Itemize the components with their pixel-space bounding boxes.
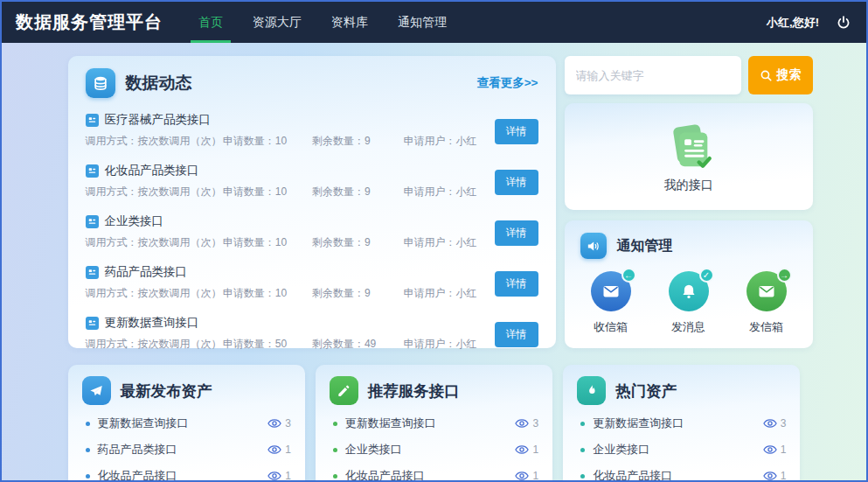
bullet-dot bbox=[580, 474, 585, 479]
database-icon bbox=[86, 68, 115, 98]
user-value: 小红 bbox=[456, 287, 477, 299]
recommended-services-title: 推荐服务接口 bbox=[368, 381, 460, 402]
remain-value: 9 bbox=[365, 135, 371, 147]
apply-value: 10 bbox=[275, 185, 287, 198]
send-message-label: 发消息 bbox=[671, 319, 705, 335]
data-dynamics-title: 数据动态 bbox=[126, 72, 192, 94]
pencil-icon bbox=[330, 376, 358, 405]
call-mode-value: 按次数调用（次） bbox=[138, 236, 222, 248]
doc-icon bbox=[86, 164, 99, 178]
remain-value: 49 bbox=[365, 338, 376, 350]
apply-label: 申请数量： bbox=[223, 185, 275, 198]
bullet-dot bbox=[333, 474, 337, 479]
bullet-dot bbox=[580, 448, 585, 452]
bullet-dot bbox=[333, 422, 337, 426]
logout-power-icon[interactable] bbox=[835, 14, 852, 31]
asset-row[interactable]: 药品产品类接口 1 bbox=[82, 442, 291, 458]
bullet-dot bbox=[580, 422, 585, 426]
asset-row[interactable]: 更新数据查询接口 3 bbox=[577, 416, 786, 431]
asset-row[interactable]: 企业类接口 1 bbox=[330, 442, 538, 458]
call-mode-value: 按次数调用（次） bbox=[138, 185, 222, 198]
asset-row[interactable]: 更新数据查询接口 3 bbox=[330, 416, 538, 431]
remain-label: 剩余数量： bbox=[312, 135, 365, 147]
search-button[interactable]: 搜索 bbox=[748, 56, 813, 94]
call-mode-value: 按次数调用（次） bbox=[138, 338, 222, 350]
latest-assets-title: 最新发布资产 bbox=[121, 381, 212, 402]
user-value: 小红 bbox=[456, 338, 477, 350]
main-nav: 首页 资源大厅 资料库 通知管理 bbox=[184, 2, 462, 43]
view-more-link[interactable]: 查看更多>> bbox=[477, 75, 538, 91]
view-count: 3 bbox=[285, 417, 291, 430]
nav-tab-library[interactable]: 资料库 bbox=[316, 2, 383, 43]
remain-label: 剩余数量： bbox=[312, 287, 365, 299]
user-label: 申请用户： bbox=[404, 236, 456, 248]
apply-value: 10 bbox=[275, 236, 287, 248]
nav-tab-resource-hall[interactable]: 资源大厅 bbox=[238, 2, 316, 43]
outbox-arrow-badge: → bbox=[777, 268, 792, 283]
call-mode-label: 调用方式： bbox=[86, 287, 138, 299]
asset-title: 更新数据查询接口 bbox=[593, 416, 684, 431]
apply-value: 50 bbox=[275, 338, 287, 350]
data-item: 药品产品类接口 调用方式：按次数调用（次） 申请数量：10 剩余数量：9 申请用… bbox=[86, 264, 538, 301]
remain-value: 9 bbox=[365, 185, 371, 198]
call-mode-label: 调用方式： bbox=[86, 236, 138, 248]
nav-tab-home[interactable]: 首页 bbox=[184, 2, 238, 43]
data-item: 医疗器械产品类接口 调用方式：按次数调用（次） 申请数量：10 剩余数量：9 申… bbox=[86, 112, 538, 149]
interface-title: 企业类接口 bbox=[105, 213, 164, 229]
my-api-card[interactable]: 我的接口 bbox=[565, 103, 813, 210]
call-mode-value: 按次数调用（次） bbox=[138, 287, 222, 299]
call-mode-label: 调用方式： bbox=[86, 185, 138, 198]
detail-button[interactable]: 详情 bbox=[495, 119, 538, 144]
doc-icon bbox=[86, 215, 99, 228]
top-navbar: 数据服务管理平台 首页 资源大厅 资料库 通知管理 小红,您好! bbox=[2, 2, 866, 43]
search-button-label: 搜索 bbox=[777, 67, 802, 83]
asset-title: 化妆品产品接口 bbox=[345, 468, 425, 482]
view-count: 1 bbox=[532, 444, 538, 456]
asset-row[interactable]: 企业类接口 1 bbox=[577, 442, 786, 458]
view-count: 1 bbox=[781, 444, 787, 456]
eye-icon bbox=[515, 471, 529, 481]
send-message-item[interactable]: ✓ 发消息 bbox=[669, 271, 709, 335]
asset-title: 药品产品类接口 bbox=[98, 442, 177, 458]
hot-assets-card: 热门资产 更新数据查询接口 3 企业类接口 1 化妆品产品接口 1 bbox=[563, 365, 800, 482]
apply-label: 申请数量： bbox=[223, 338, 275, 350]
view-count: 1 bbox=[285, 470, 291, 482]
user-value: 小红 bbox=[456, 185, 477, 198]
data-dynamics-card: 数据动态 查看更多>> 医疗器械产品类接口 调用方式：按次数调用（次） 申请数量… bbox=[68, 56, 556, 348]
my-api-docs-icon bbox=[662, 120, 716, 174]
asset-title: 企业类接口 bbox=[345, 442, 402, 458]
page-body: 数据动态 查看更多>> 医疗器械产品类接口 调用方式：按次数调用（次） 申请数量… bbox=[2, 43, 866, 480]
view-count: 3 bbox=[532, 417, 538, 430]
interface-title: 更新数据查询接口 bbox=[105, 315, 199, 331]
inbox-item[interactable]: ← 收信箱 bbox=[591, 271, 631, 335]
inbox-arrow-badge: ← bbox=[621, 268, 636, 283]
view-count: 1 bbox=[285, 444, 291, 456]
doc-icon bbox=[86, 317, 99, 330]
detail-button[interactable]: 详情 bbox=[495, 322, 538, 347]
outbox-item[interactable]: → 发信箱 bbox=[746, 271, 787, 335]
apply-value: 10 bbox=[275, 135, 287, 147]
asset-row[interactable]: 化妆品产品接口 1 bbox=[82, 468, 291, 482]
bullet-dot bbox=[86, 448, 90, 452]
asset-title: 更新数据查询接口 bbox=[98, 416, 189, 431]
asset-row[interactable]: 更新数据查询接口 3 bbox=[82, 416, 291, 431]
nav-tab-notice[interactable]: 通知管理 bbox=[383, 2, 462, 43]
asset-row[interactable]: 化妆品产品接口 1 bbox=[577, 468, 786, 482]
speaker-icon bbox=[580, 233, 607, 259]
detail-button[interactable]: 详情 bbox=[495, 220, 538, 246]
recommended-services-card: 推荐服务接口 更新数据查询接口 3 企业类接口 1 化妆品产品接口 1 bbox=[316, 365, 552, 482]
search-input[interactable] bbox=[565, 56, 741, 94]
detail-button[interactable]: 详情 bbox=[495, 271, 538, 297]
asset-row[interactable]: 化妆品产品接口 1 bbox=[330, 468, 538, 482]
bullet-dot bbox=[333, 448, 337, 452]
user-label: 申请用户： bbox=[404, 135, 456, 147]
eye-icon bbox=[267, 471, 281, 481]
detail-button[interactable]: 详情 bbox=[495, 170, 538, 195]
eye-icon bbox=[763, 418, 777, 429]
eye-icon bbox=[267, 444, 281, 455]
user-label: 申请用户： bbox=[404, 185, 456, 198]
user-value: 小红 bbox=[456, 135, 477, 147]
my-api-label: 我的接口 bbox=[664, 178, 713, 193]
apply-label: 申请数量： bbox=[223, 135, 275, 147]
interface-title: 化妆品产品类接口 bbox=[105, 163, 199, 178]
